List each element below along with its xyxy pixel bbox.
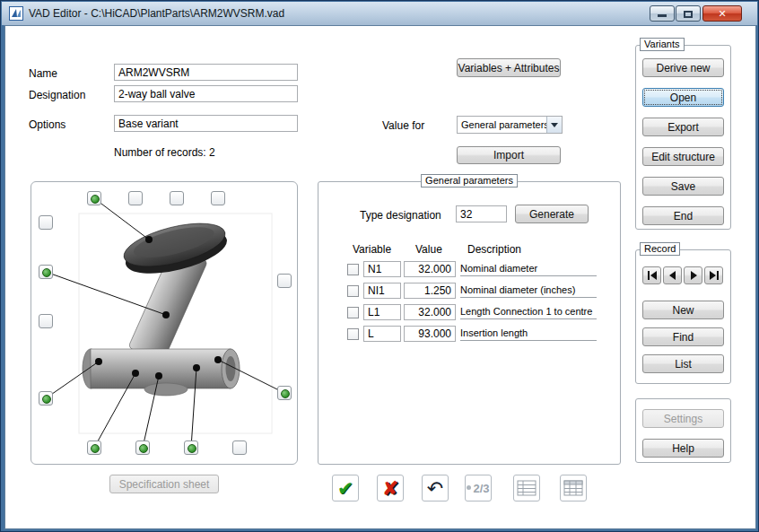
open-button[interactable]: Open bbox=[642, 88, 724, 107]
help-button[interactable]: Help bbox=[642, 439, 724, 458]
cancel-icon: ✘ bbox=[382, 477, 398, 500]
edit-structure-button[interactable]: Edit structure bbox=[642, 147, 724, 166]
app-icon bbox=[9, 6, 23, 21]
value-for-dropdown[interactable]: General parameters bbox=[457, 116, 563, 134]
param-checkbox[interactable] bbox=[347, 285, 359, 297]
ok-button[interactable]: ✔ bbox=[332, 475, 359, 501]
new-record-button[interactable]: New bbox=[642, 301, 724, 319]
window-title: VAD Editor - C:\HiCAD\PlantParts\ARM2WVS… bbox=[29, 7, 284, 20]
param-checkbox[interactable] bbox=[347, 328, 359, 340]
options-input[interactable] bbox=[114, 115, 298, 132]
variable-column-header: Variable bbox=[353, 243, 391, 256]
list-records-button[interactable]: List bbox=[642, 354, 724, 373]
designation-input[interactable] bbox=[114, 85, 298, 102]
value-for-selected: General parameters bbox=[461, 119, 549, 130]
variable-description: Nominal diameter (inches) bbox=[460, 283, 597, 298]
connection-marker[interactable] bbox=[170, 191, 184, 205]
connection-marker[interactable] bbox=[39, 265, 53, 279]
variable-name-field[interactable] bbox=[363, 326, 401, 342]
general-parameters-group: General parameters Type designation Gene… bbox=[318, 181, 621, 465]
save-button[interactable]: Save bbox=[642, 177, 724, 196]
first-record-button[interactable] bbox=[642, 266, 661, 284]
variable-value-field[interactable] bbox=[404, 304, 456, 320]
variants-group-label: Variants bbox=[640, 38, 685, 51]
minimize-button[interactable] bbox=[650, 5, 675, 22]
table-icon bbox=[517, 480, 537, 496]
import-button[interactable]: Import bbox=[457, 146, 561, 164]
previous-record-icon bbox=[667, 271, 678, 280]
connection-marker[interactable] bbox=[277, 386, 292, 400]
connection-marker[interactable] bbox=[184, 440, 198, 455]
record-count-text: Number of records: 2 bbox=[114, 146, 215, 159]
connection-marker[interactable] bbox=[87, 191, 101, 205]
next-record-button[interactable] bbox=[684, 266, 702, 284]
record-table-button bbox=[513, 475, 540, 501]
misc-group: Settings Help bbox=[635, 398, 731, 463]
first-record-icon bbox=[647, 271, 658, 280]
connection-marker[interactable] bbox=[39, 215, 53, 230]
variables-attributes-button[interactable]: Variables + Attributes bbox=[457, 58, 561, 77]
param-checkbox[interactable] bbox=[347, 264, 359, 275]
type-designation-label: Type designation bbox=[360, 209, 441, 222]
derive-new-button[interactable]: Derive new bbox=[642, 58, 724, 77]
page-indicator: 2/3 bbox=[467, 482, 489, 495]
dropdown-arrow-button[interactable] bbox=[546, 117, 562, 133]
value-for-label: Value for bbox=[382, 119, 424, 132]
titlebar[interactable]: VAD Editor - C:\HiCAD\PlantParts\ARM2WVS… bbox=[2, 2, 757, 25]
specification-sheet-button: Specification sheet bbox=[109, 475, 219, 493]
variable-description: Nominal diameter bbox=[460, 261, 597, 276]
variable-description: Insertion length bbox=[460, 326, 597, 341]
last-record-button[interactable] bbox=[704, 266, 723, 284]
variable-description: Length Connection 1 to centre bbox=[460, 304, 597, 319]
param-checkbox[interactable] bbox=[347, 307, 359, 318]
type-designation-input[interactable] bbox=[456, 205, 507, 222]
value-column-header: Value bbox=[415, 243, 442, 256]
name-input[interactable] bbox=[114, 64, 298, 81]
undo-icon: ↶ bbox=[427, 477, 443, 500]
description-column-header: Description bbox=[467, 243, 521, 256]
connection-marker[interactable] bbox=[39, 391, 53, 406]
connection-marker[interactable] bbox=[87, 440, 101, 455]
connection-marker[interactable] bbox=[39, 314, 53, 328]
variable-value-field[interactable] bbox=[404, 261, 456, 277]
variable-value-field[interactable] bbox=[404, 283, 456, 299]
undo-button[interactable]: ↶ bbox=[422, 475, 449, 501]
variable-name-field[interactable] bbox=[363, 283, 401, 299]
maximize-button[interactable] bbox=[676, 5, 701, 22]
close-button[interactable]: ✕ bbox=[702, 5, 742, 22]
options-label: Options bbox=[29, 118, 65, 131]
page-indicator-button: 2/3 bbox=[465, 475, 492, 501]
designation-label: Designation bbox=[29, 89, 85, 101]
maximize-icon bbox=[684, 11, 693, 18]
variable-name-field[interactable] bbox=[363, 261, 401, 277]
check-icon: ✔ bbox=[337, 477, 353, 500]
table-columns-icon bbox=[563, 480, 583, 496]
variable-name-field[interactable] bbox=[363, 304, 401, 320]
connection-marker[interactable] bbox=[277, 274, 292, 288]
close-icon: ✕ bbox=[718, 8, 726, 20]
end-button[interactable]: End bbox=[642, 206, 724, 225]
previous-record-button[interactable] bbox=[663, 266, 682, 284]
variable-value-field[interactable] bbox=[404, 326, 456, 342]
next-record-icon bbox=[688, 271, 699, 280]
generate-button[interactable]: Generate bbox=[515, 205, 589, 223]
connection-marker[interactable] bbox=[211, 191, 225, 205]
settings-button: Settings bbox=[642, 409, 724, 428]
record-table-alt-button bbox=[560, 475, 587, 501]
connection-marker[interactable] bbox=[128, 191, 143, 205]
preview-panel bbox=[31, 181, 298, 465]
dialog-client-area: Name Designation Options Number of recor… bbox=[4, 25, 756, 529]
record-group-label: Record bbox=[640, 242, 680, 256]
last-record-icon bbox=[709, 271, 720, 280]
connection-marker[interactable] bbox=[232, 440, 247, 455]
minimize-icon bbox=[658, 14, 667, 17]
general-parameters-group-label: General parameters bbox=[421, 174, 518, 188]
connection-marker[interactable] bbox=[135, 440, 150, 455]
export-button[interactable]: Export bbox=[642, 118, 724, 136]
chevron-down-icon bbox=[551, 123, 558, 127]
variants-group: Variants Derive new Open Export Edit str… bbox=[635, 45, 731, 230]
vad-editor-window: VAD Editor - C:\HiCAD\PlantParts\ARM2WVS… bbox=[0, 0, 759, 532]
record-group: Record New Find List bbox=[635, 249, 731, 384]
cancel-button[interactable]: ✘ bbox=[377, 475, 404, 501]
find-record-button[interactable]: Find bbox=[642, 327, 724, 346]
